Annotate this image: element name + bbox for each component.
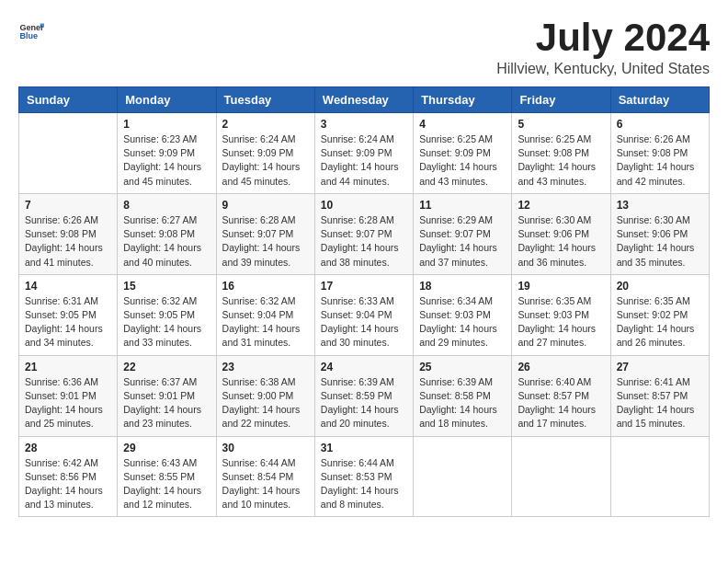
calendar-cell: 18 Sunrise: 6:34 AMSunset: 9:03 PMDaylig… [414,274,512,355]
day-number: 19 [518,280,604,293]
col-sunday: Sunday [19,87,118,113]
cell-info: Sunrise: 6:31 AMSunset: 9:05 PMDaylight:… [25,294,111,350]
calendar-cell: 3 Sunrise: 6:24 AMSunset: 9:09 PMDayligh… [314,113,413,194]
cell-info: Sunrise: 6:39 AMSunset: 8:59 PMDaylight:… [321,375,407,431]
cell-info: Sunrise: 6:26 AMSunset: 9:08 PMDaylight:… [617,132,703,189]
calendar-cell: 16 Sunrise: 6:32 AMSunset: 9:04 PMDaylig… [216,274,314,355]
day-number: 27 [617,361,703,373]
calendar-cell: 17 Sunrise: 6:33 AMSunset: 9:04 PMDaylig… [314,274,413,355]
day-number: 14 [25,280,111,293]
col-monday: Monday [118,87,216,113]
col-tuesday: Tuesday [216,87,314,113]
week-row-2: 7 Sunrise: 6:26 AMSunset: 9:08 PMDayligh… [19,193,710,274]
cell-info: Sunrise: 6:44 AMSunset: 8:54 PMDaylight:… [222,456,309,512]
day-number: 23 [222,361,309,373]
cell-info: Sunrise: 6:34 AMSunset: 9:03 PMDaylight:… [419,294,506,350]
col-wednesday: Wednesday [314,87,413,113]
day-number: 20 [617,280,703,293]
calendar-cell [19,113,118,194]
day-number: 10 [321,199,407,212]
main-title: July 2024 [496,18,710,57]
calendar-cell [414,436,512,517]
week-row-3: 14 Sunrise: 6:31 AMSunset: 9:05 PMDaylig… [19,274,710,355]
cell-info: Sunrise: 6:24 AMSunset: 9:09 PMDaylight:… [321,132,407,189]
day-number: 31 [321,442,407,454]
day-number: 15 [123,280,210,293]
calendar-cell: 25 Sunrise: 6:39 AMSunset: 8:58 PMDaylig… [414,355,512,436]
cell-info: Sunrise: 6:44 AMSunset: 8:53 PMDaylight:… [321,456,407,512]
week-row-5: 28 Sunrise: 6:42 AMSunset: 8:56 PMDaylig… [19,436,710,517]
calendar-cell: 12 Sunrise: 6:30 AMSunset: 9:06 PMDaylig… [512,193,610,274]
calendar-cell: 13 Sunrise: 6:30 AMSunset: 9:06 PMDaylig… [610,193,709,274]
calendar-cell: 5 Sunrise: 6:25 AMSunset: 9:08 PMDayligh… [512,113,610,194]
cell-info: Sunrise: 6:41 AMSunset: 8:57 PMDaylight:… [617,375,703,431]
day-number: 2 [222,118,309,131]
day-number: 16 [222,280,309,293]
day-number: 5 [518,118,604,131]
calendar-cell: 28 Sunrise: 6:42 AMSunset: 8:56 PMDaylig… [19,436,118,517]
cell-info: Sunrise: 6:38 AMSunset: 9:00 PMDaylight:… [222,375,309,431]
cell-info: Sunrise: 6:30 AMSunset: 9:06 PMDaylight:… [518,213,604,270]
day-number: 1 [123,118,210,131]
calendar-cell: 8 Sunrise: 6:27 AMSunset: 9:08 PMDayligh… [118,193,216,274]
cell-info: Sunrise: 6:26 AMSunset: 9:08 PMDaylight:… [25,213,111,270]
cell-info: Sunrise: 6:32 AMSunset: 9:04 PMDaylight:… [222,294,309,350]
calendar-cell: 10 Sunrise: 6:28 AMSunset: 9:07 PMDaylig… [314,193,413,274]
day-number: 12 [518,199,604,212]
day-number: 13 [617,199,703,212]
cell-info: Sunrise: 6:27 AMSunset: 9:08 PMDaylight:… [123,213,210,270]
calendar-cell: 7 Sunrise: 6:26 AMSunset: 9:08 PMDayligh… [19,193,118,274]
day-number: 28 [25,442,111,454]
day-number: 8 [123,199,210,212]
day-number: 7 [25,199,111,212]
day-number: 4 [419,118,506,131]
calendar-cell: 1 Sunrise: 6:23 AMSunset: 9:09 PMDayligh… [118,113,216,194]
cell-info: Sunrise: 6:28 AMSunset: 9:07 PMDaylight:… [321,213,407,270]
logo-icon: General Blue [18,18,44,44]
calendar-cell: 15 Sunrise: 6:32 AMSunset: 9:05 PMDaylig… [118,274,216,355]
day-number: 26 [518,361,604,373]
cell-info: Sunrise: 6:33 AMSunset: 9:04 PMDaylight:… [321,294,407,350]
day-number: 24 [321,361,407,373]
day-number: 6 [617,118,703,131]
calendar-cell: 4 Sunrise: 6:25 AMSunset: 9:09 PMDayligh… [414,113,512,194]
day-number: 11 [419,199,506,212]
cell-info: Sunrise: 6:37 AMSunset: 9:01 PMDaylight:… [123,375,210,431]
subtitle: Hillview, Kentucky, United States [496,61,710,77]
calendar-cell: 19 Sunrise: 6:35 AMSunset: 9:03 PMDaylig… [512,274,610,355]
cell-info: Sunrise: 6:36 AMSunset: 9:01 PMDaylight:… [25,375,111,431]
day-number: 3 [321,118,407,131]
day-number: 9 [222,199,309,212]
calendar-cell: 24 Sunrise: 6:39 AMSunset: 8:59 PMDaylig… [314,355,413,436]
calendar-cell: 11 Sunrise: 6:29 AMSunset: 9:07 PMDaylig… [414,193,512,274]
calendar-header-row: Sunday Monday Tuesday Wednesday Thursday… [19,87,710,113]
calendar-table: Sunday Monday Tuesday Wednesday Thursday… [18,86,710,517]
day-number: 21 [25,361,111,373]
cell-info: Sunrise: 6:35 AMSunset: 9:03 PMDaylight:… [518,294,604,350]
col-friday: Friday [512,87,610,113]
calendar-cell: 9 Sunrise: 6:28 AMSunset: 9:07 PMDayligh… [216,193,314,274]
title-section: July 2024 Hillview, Kentucky, United Sta… [496,18,710,77]
cell-info: Sunrise: 6:23 AMSunset: 9:09 PMDaylight:… [123,132,210,189]
calendar-cell: 6 Sunrise: 6:26 AMSunset: 9:08 PMDayligh… [610,113,709,194]
calendar-cell [512,436,610,517]
cell-info: Sunrise: 6:43 AMSunset: 8:55 PMDaylight:… [123,456,210,512]
day-number: 25 [419,361,506,373]
calendar-cell: 30 Sunrise: 6:44 AMSunset: 8:54 PMDaylig… [216,436,314,517]
cell-info: Sunrise: 6:28 AMSunset: 9:07 PMDaylight:… [222,213,309,270]
day-number: 29 [123,442,210,454]
day-number: 22 [123,361,210,373]
week-row-1: 1 Sunrise: 6:23 AMSunset: 9:09 PMDayligh… [19,113,710,194]
logo: General Blue [18,18,44,44]
page-header: General Blue July 2024 Hillview, Kentuck… [18,18,710,77]
calendar-cell: 26 Sunrise: 6:40 AMSunset: 8:57 PMDaylig… [512,355,610,436]
svg-text:Blue: Blue [19,31,38,40]
cell-info: Sunrise: 6:24 AMSunset: 9:09 PMDaylight:… [222,132,309,189]
cell-info: Sunrise: 6:39 AMSunset: 8:58 PMDaylight:… [419,375,506,431]
week-row-4: 21 Sunrise: 6:36 AMSunset: 9:01 PMDaylig… [19,355,710,436]
cell-info: Sunrise: 6:25 AMSunset: 9:09 PMDaylight:… [419,132,506,189]
calendar-cell: 27 Sunrise: 6:41 AMSunset: 8:57 PMDaylig… [610,355,709,436]
cell-info: Sunrise: 6:42 AMSunset: 8:56 PMDaylight:… [25,456,111,512]
col-saturday: Saturday [610,87,709,113]
calendar-cell: 23 Sunrise: 6:38 AMSunset: 9:00 PMDaylig… [216,355,314,436]
